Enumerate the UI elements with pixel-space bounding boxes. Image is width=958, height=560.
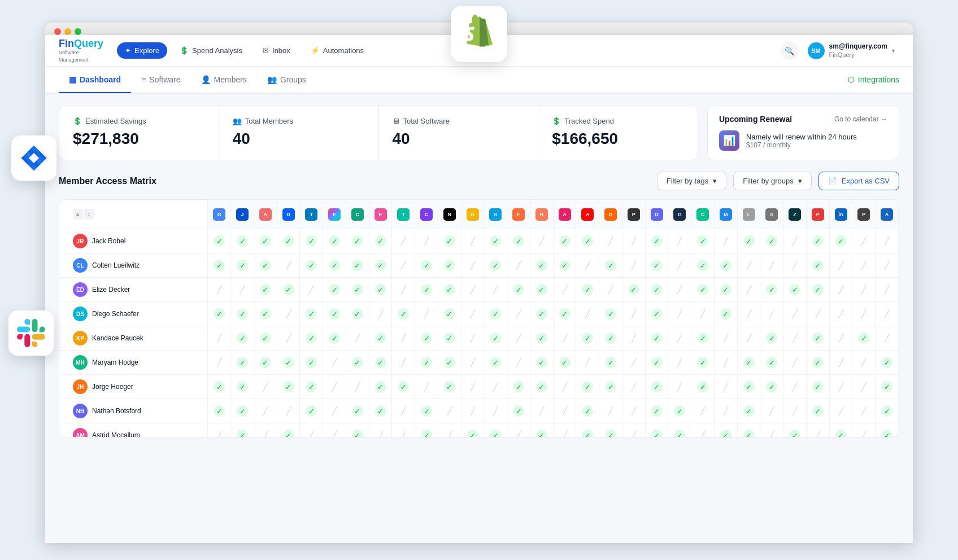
dash-icon: ╱	[585, 261, 590, 270]
tab-groups[interactable]: 👥 Groups	[257, 67, 316, 93]
members-icon: 👤	[201, 75, 211, 84]
sort-icon[interactable]: ≡	[73, 209, 83, 220]
search-button[interactable]: 🔍	[781, 42, 799, 60]
tab-groups-label: Groups	[280, 75, 306, 84]
no-access-cell-8-18: ╱	[622, 423, 645, 438]
nav-inbox-button[interactable]: ✉ Inbox	[255, 42, 298, 59]
automations-icon: ⚡	[311, 46, 320, 55]
nav-explore-button[interactable]: ✦ Explore	[117, 42, 167, 59]
dash-icon: ╱	[839, 358, 843, 367]
dash-icon: ╱	[424, 309, 429, 318]
access-cell-5-10: ✓	[438, 351, 461, 375]
check-icon: ✓	[306, 381, 317, 392]
no-access-cell-6-15: ╱	[553, 375, 576, 399]
dash-icon: ╱	[355, 382, 360, 391]
check-icon: ✓	[306, 405, 317, 417]
access-cell-2-24: ✓	[760, 278, 783, 302]
access-cell-7-29: ✓	[876, 399, 899, 423]
no-access-cell-5-16: ╱	[576, 351, 599, 375]
access-cell-4-24: ✓	[760, 326, 783, 351]
access-cell-1-2: ✓	[254, 253, 277, 278]
access-cell-6-3: ✓	[277, 375, 300, 399]
export-csv-button[interactable]: 📄 Export as CSV	[818, 172, 899, 190]
access-cell-3-22: ✓	[714, 302, 737, 326]
app-icon-25: Z	[789, 208, 801, 221]
stat-estimated-savings: 💲 Estimated Savings $271,830	[59, 106, 219, 160]
access-cell-4-4: ✓	[300, 326, 323, 351]
avatar: SM	[808, 42, 825, 59]
access-cell-1-5: ✓	[323, 253, 346, 278]
no-access-cell-1-13: ╱	[507, 253, 530, 278]
app-icon-21: C	[696, 208, 709, 221]
tab-members[interactable]: 👤 Members	[191, 67, 257, 93]
nav-spend-analysis-button[interactable]: 💲 Spend Analysis	[172, 42, 250, 59]
no-access-cell-7-17: ╱	[599, 399, 622, 423]
check-icon: ✓	[329, 260, 340, 271]
dash-icon: ╱	[309, 431, 313, 437]
app-icon-0: G	[213, 208, 225, 221]
access-cell-8-12: ✓	[484, 423, 507, 438]
dash-icon: ╱	[563, 382, 567, 391]
access-cell-5-23: ✓	[737, 351, 760, 375]
nav-automations-button[interactable]: ⚡ Automations	[303, 42, 372, 59]
no-access-cell-4-20: ╱	[668, 326, 691, 351]
check-icon: ✓	[490, 308, 501, 320]
dash-icon: ╱	[632, 261, 636, 270]
access-cell-3-2: ✓	[254, 302, 277, 326]
dash-icon: ╱	[585, 358, 590, 367]
stats-area: 💲 Estimated Savings $271,830 👥 Total Mem…	[45, 94, 913, 172]
access-cell-8-3: ✓	[277, 423, 300, 438]
browser-dot-red[interactable]	[54, 28, 61, 35]
dash-icon: ╱	[217, 334, 221, 343]
go-to-calendar-link[interactable]: Go to calendar →	[834, 115, 887, 123]
user-area[interactable]: SM sm@finquery.com FinQuery ▾	[803, 40, 900, 62]
tab-dashboard[interactable]: ▦ Dashboard	[59, 67, 131, 93]
check-icon: ✓	[743, 381, 755, 392]
access-cell-7-6: ✓	[346, 399, 369, 423]
no-access-cell-3-11: ╱	[461, 302, 484, 326]
access-cell-3-5: ✓	[323, 302, 346, 326]
matrix-scroll[interactable]: ≡↕ G J A D T F C E T C N G S F H A A O P…	[59, 200, 899, 437]
no-access-cell-2-28: ╱	[852, 278, 876, 302]
filter-icon[interactable]: ↕	[84, 209, 94, 220]
integrations-button[interactable]: ⬡ Integrations	[848, 75, 899, 84]
dash-icon: ╱	[217, 358, 221, 367]
no-access-cell-0-8: ╱	[392, 229, 415, 253]
access-cell-0-15: ✓	[553, 229, 576, 253]
access-cell-3-4: ✓	[300, 302, 323, 326]
check-icon: ✓	[697, 284, 708, 295]
check-icon: ✓	[444, 260, 455, 271]
dash-icon: ╱	[332, 431, 337, 437]
renewal-title: Upcoming Renewal	[719, 115, 792, 124]
browser-dot-yellow[interactable]	[64, 28, 71, 35]
access-cell-1-0: ✓	[208, 253, 231, 278]
dash-icon: ╱	[447, 406, 452, 415]
dash-icon: ╱	[217, 431, 221, 437]
filter-by-groups-button[interactable]: Filter by groups ▾	[733, 172, 812, 190]
access-cell-2-14: ✓	[530, 278, 553, 302]
check-icon: ✓	[421, 357, 432, 368]
browser-dot-green[interactable]	[75, 28, 81, 35]
access-cell-2-10: ✓	[438, 278, 461, 302]
member-name-3: Diego Schaefer	[92, 310, 139, 318]
tab-software[interactable]: ≡ Software	[131, 67, 190, 93]
renewal-content: 📊 Namely will renew within 24 hours $107…	[719, 130, 887, 151]
logo-area: FinQuery Software Management	[59, 38, 103, 63]
app-icon-13: F	[512, 208, 525, 221]
no-access-cell-4-27: ╱	[829, 326, 852, 351]
dash-icon: ╱	[471, 406, 475, 415]
app-column-header-20: G	[668, 200, 691, 229]
app-column-header-9: C	[415, 200, 438, 229]
access-cell-0-6: ✓	[346, 229, 369, 253]
access-cell-7-13: ✓	[507, 399, 530, 423]
app-icon-22: M	[720, 208, 732, 221]
stat-tracked-spend: 💲 Tracked Spend $166,650	[538, 106, 698, 160]
app-column-header-16: A	[576, 200, 599, 229]
check-icon: ✓	[306, 308, 317, 320]
access-cell-7-4: ✓	[300, 399, 323, 423]
access-cell-2-18: ✓	[622, 278, 645, 302]
access-cell-0-21: ✓	[691, 229, 715, 253]
check-icon: ✓	[490, 260, 501, 271]
filter-by-tags-button[interactable]: Filter by tags ▾	[657, 172, 726, 190]
dash-icon: ╱	[471, 382, 475, 391]
